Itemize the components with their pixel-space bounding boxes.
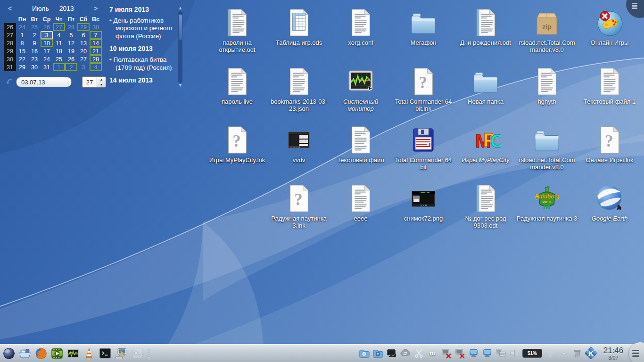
desktop-icon[interactable]: снимок72.png	[393, 182, 454, 222]
vlc-player-icon[interactable]	[82, 346, 96, 361]
calendar-day[interactable]: 27	[53, 23, 65, 31]
desktop-icon[interactable]: Системный монитор	[330, 66, 391, 112]
network-device-b-icon[interactable]	[481, 347, 493, 359]
calendar-day[interactable]: 27	[77, 55, 90, 63]
desktop-icon[interactable]: xorg.conf	[330, 7, 391, 46]
calendar-day[interactable]: 24	[41, 55, 53, 63]
calendar-day[interactable]: 28	[90, 55, 102, 63]
calendar-day[interactable]: 11	[53, 39, 65, 47]
week-spin-down-button[interactable]: ▼	[97, 82, 106, 87]
desktop-icon[interactable]: eeee	[330, 182, 391, 222]
calendar-day[interactable]: 30	[28, 63, 41, 71]
folder-downloads-icon[interactable]	[372, 347, 384, 359]
calendar-day[interactable]: 2	[28, 31, 41, 39]
desktop-icon[interactable]: bookmarks-2013-03-23.json	[268, 66, 330, 112]
trash-icon[interactable]	[571, 347, 583, 359]
desktop-icon[interactable]: Rainbow WEB Радужная паутинка 3	[516, 182, 578, 222]
week-spinner-value[interactable]: 27	[82, 76, 97, 88]
wifi-icon[interactable]	[544, 347, 556, 359]
calendar-day[interactable]: 14	[90, 39, 102, 47]
file-manager-icon[interactable]	[17, 346, 32, 361]
calendar-month-label[interactable]: Июль	[32, 5, 49, 12]
calendar-day[interactable]: 13	[77, 39, 90, 47]
system-monitor-task-icon[interactable]	[66, 346, 80, 361]
desktop-icon[interactable]: ? Онлайн Игры.lnk	[579, 124, 640, 164]
scrollbar-thumb[interactable]	[178, 14, 182, 41]
desktop-icon[interactable]: Таблица игр.ods	[268, 7, 330, 46]
desktop-icon[interactable]: zip rsload.net.Total.Commander.v8.0	[516, 7, 578, 53]
calendar-day[interactable]: 4	[90, 63, 102, 71]
kde-menu-icon[interactable]: K	[585, 347, 597, 359]
calendar-day[interactable]: 28	[65, 23, 77, 31]
desktop-icon[interactable]: M P C Игры MyPlayCity	[455, 124, 516, 164]
desktop-icon[interactable]: ? Total Commander 64 bit.lnk	[393, 66, 454, 112]
clock[interactable]: 21:46 3/07	[598, 346, 629, 361]
display-device-icon[interactable]	[386, 347, 397, 359]
panel-toolbox-cashew[interactable]	[629, 342, 644, 362]
calendar-prev-button[interactable]: <	[4, 5, 16, 12]
calendar-day[interactable]: 7	[90, 31, 102, 39]
calendar-day[interactable]: 12	[65, 39, 77, 47]
calendar-day[interactable]: 6	[77, 31, 90, 39]
calendar-day[interactable]: 17	[41, 47, 53, 55]
desktop-icon[interactable]: 64- Total Commander 64 bit	[393, 124, 454, 171]
network-disconnected-b-icon[interactable]	[454, 347, 466, 359]
calendar-day[interactable]: 31	[41, 63, 53, 71]
calendar-day[interactable]: 26	[41, 23, 53, 31]
app-launcher-orb-icon[interactable]	[1, 346, 16, 361]
desktop-icon[interactable]: vvdv	[268, 124, 330, 164]
desktop-icon[interactable]: ? Радужная паутинка 3.lnk	[268, 182, 330, 229]
scroll-up-icon[interactable]: ▲	[178, 6, 183, 11]
calendar-day[interactable]: 9	[28, 39, 41, 47]
calendar-day[interactable]: 2	[65, 63, 77, 71]
jump-to-today-icon[interactable]	[4, 78, 16, 86]
firefox-browser-icon[interactable]	[33, 346, 48, 361]
desktop-icon[interactable]: Текстовый файл 1	[579, 66, 640, 105]
desktop-icon[interactable]: пароль live	[206, 66, 268, 105]
calendar-day[interactable]: 15	[16, 47, 28, 55]
volume-icon[interactable]	[509, 347, 520, 359]
folder-documents-icon[interactable]	[358, 347, 370, 359]
desktop-icon[interactable]: Google Earth	[579, 182, 640, 222]
calendar-day[interactable]: 18	[53, 47, 65, 55]
events-scrollbar[interactable]: ▲ ▼	[177, 6, 183, 89]
tray-expander-icon[interactable]	[558, 347, 570, 359]
calendar-next-button[interactable]: >	[90, 5, 102, 12]
system-utilities-icon[interactable]	[130, 346, 144, 361]
calendar-day[interactable]: 29	[16, 63, 28, 71]
remote-desktop-icon[interactable]	[114, 346, 128, 361]
desktop-icon[interactable]: hghyth	[516, 66, 578, 105]
battery-indicator[interactable]: 51%	[522, 349, 542, 358]
calendar-day[interactable]: 22	[16, 55, 28, 63]
calendar-day[interactable]: 21	[90, 47, 102, 55]
calendar-day[interactable]: 23	[28, 55, 41, 63]
calendar-day[interactable]: 1	[16, 31, 28, 39]
calendar-day[interactable]: 29	[77, 23, 90, 31]
network-computers-icon[interactable]	[495, 347, 507, 359]
clipboard-scissors-icon[interactable]	[413, 347, 425, 359]
calendar-day[interactable]: 20	[77, 47, 90, 55]
cloud-sync-icon[interactable]	[399, 347, 411, 359]
scroll-down-icon[interactable]: ▼	[178, 83, 183, 89]
calendar-day[interactable]: 10	[41, 39, 53, 47]
network-disconnected-a-icon[interactable]	[440, 347, 452, 359]
desktop-icon[interactable]: Новая папка	[455, 66, 516, 105]
network-device-a-icon[interactable]	[468, 347, 479, 359]
desktop-icon[interactable]: Мегафон	[393, 7, 454, 46]
desktop-icon[interactable]: Дни рождения.odt	[455, 7, 516, 46]
terminal-icon[interactable]	[98, 346, 112, 361]
calendar-day[interactable]: 3	[41, 31, 53, 39]
desktop-icon[interactable]: Текстовый файл	[330, 124, 391, 164]
calendar-day[interactable]: 3	[77, 63, 90, 71]
desktop-icon[interactable]: пароли на открытие.odt	[206, 7, 268, 53]
calendar-day[interactable]: 30	[90, 23, 102, 31]
scrollbar-track[interactable]	[178, 11, 182, 83]
week-spin-up-button[interactable]: ▲	[97, 77, 106, 82]
calendar-day[interactable]: 1	[53, 63, 65, 71]
calendar-day[interactable]: 5	[65, 31, 77, 39]
calendar-day[interactable]: 24	[16, 23, 28, 31]
calendar-day[interactable]: 26	[65, 55, 77, 63]
calendar-year-label[interactable]: 2013	[59, 5, 74, 12]
desktop-icon[interactable]: ? Игры MyPlayCity.lnk	[206, 124, 268, 164]
calendar-day[interactable]: 8	[16, 39, 28, 47]
